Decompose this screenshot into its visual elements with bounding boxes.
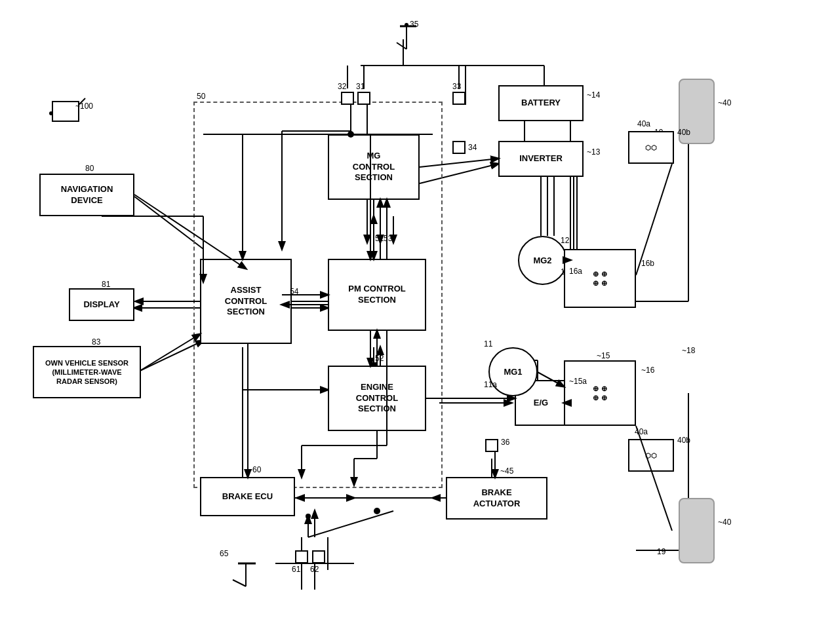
- ref-18: ~18: [682, 346, 695, 355]
- upper-wheel-hub: ⬡⬡: [628, 131, 674, 164]
- ref-65: 65: [220, 549, 228, 558]
- ref-32: 32: [338, 82, 346, 91]
- connector-61: [295, 550, 308, 563]
- ref-83: 83: [92, 337, 100, 347]
- ref-40b-bot: 40b: [677, 436, 690, 445]
- svg-line-90: [141, 334, 200, 370]
- ref-31: 31: [356, 82, 365, 91]
- lower-tire: [679, 498, 715, 563]
- ref-80: 80: [85, 164, 94, 173]
- ref-40-top: ~40: [718, 98, 731, 107]
- connector-34: [452, 141, 466, 154]
- connector-33: [452, 92, 466, 105]
- display-box: DISPLAY: [69, 288, 134, 321]
- transmission-block: ⊕ ⊕⊕ ⊕: [564, 360, 636, 426]
- ref-11a: 11a: [484, 380, 497, 389]
- svg-point-64: [374, 508, 380, 514]
- ref-16: ~16: [641, 366, 654, 375]
- diagram: 50 BATTERY ~14 INVERTER ~13 MGCONTROLSEC…: [0, 0, 813, 644]
- svg-point-105: [306, 514, 311, 519]
- ref-60: ~60: [248, 465, 261, 474]
- navigation-box: NAVIGATIONDEVICE: [39, 174, 134, 216]
- own-vehicle-sensor-box: OWN VEHICLE SENSOR(MILLIMETER-WAVERADAR …: [33, 346, 141, 398]
- svg-point-56: [405, 23, 408, 27]
- label-51: 51: [375, 234, 384, 243]
- ref-40b-top: 40b: [677, 128, 690, 137]
- ref-33: 33: [452, 82, 461, 91]
- connector-31: [357, 92, 370, 105]
- ref-40-bot: ~40: [718, 518, 731, 527]
- ref-36: 36: [501, 438, 509, 447]
- inverter-box: INVERTER: [498, 141, 584, 177]
- ref-14: ~14: [587, 90, 600, 100]
- label-53: 53: [384, 234, 392, 243]
- brake-pedal: [226, 550, 266, 590]
- ref-40a-bot: 40a: [635, 427, 648, 436]
- ref-35: 35: [410, 20, 418, 29]
- ref-34: 34: [468, 143, 477, 152]
- assist-control-box: ASSISTCONTROLSECTION: [200, 259, 292, 344]
- svg-line-55: [397, 43, 406, 49]
- lower-wheel-hub: ⬡⬡: [628, 439, 674, 472]
- ref-16a: 16a: [569, 267, 582, 276]
- ref-12: 12: [561, 236, 569, 245]
- svg-line-41: [308, 511, 393, 537]
- battery-box: BATTERY: [498, 85, 584, 121]
- ref-50: 50: [197, 92, 205, 101]
- label-52: 52: [375, 354, 384, 363]
- sensor-36: [485, 439, 498, 452]
- connector-32: [341, 92, 354, 105]
- ref-11: 11: [484, 339, 492, 349]
- ref-19-bot: 19: [657, 547, 665, 556]
- mg2-gearbox: ⊕ ⊕⊕ ⊕: [564, 249, 636, 308]
- ref-16b: 16b: [641, 259, 654, 268]
- camera-sensor-icon: [49, 95, 89, 128]
- ref-81: 81: [102, 280, 110, 289]
- engine-control-box: ENGINECONTROLSECTION: [328, 366, 426, 431]
- ref-13: ~13: [587, 147, 600, 157]
- brake-actuator-box: BRAKEACTUATOR: [446, 477, 547, 520]
- label-54: 54: [290, 287, 298, 296]
- ref-15: ~15: [597, 351, 610, 360]
- brake-ecu-box: BRAKE ECU: [200, 477, 295, 516]
- connector-62: [312, 550, 325, 563]
- svg-rect-60: [52, 102, 79, 121]
- ref-15a: ~15a: [569, 377, 587, 386]
- svg-point-62: [49, 111, 53, 115]
- mg-control-box: MGCONTROLSECTION: [328, 134, 420, 200]
- ref-40a-top: 40a: [637, 119, 650, 128]
- svg-line-59: [233, 580, 246, 586]
- ref-45: ~45: [500, 466, 513, 476]
- mg2-circle: MG2: [518, 236, 567, 285]
- pm-control-box: PM CONTROLSECTION: [328, 259, 426, 331]
- ref-62: 62: [310, 565, 319, 574]
- ref-100: ~100: [75, 102, 93, 111]
- ref-61: 61: [292, 565, 300, 574]
